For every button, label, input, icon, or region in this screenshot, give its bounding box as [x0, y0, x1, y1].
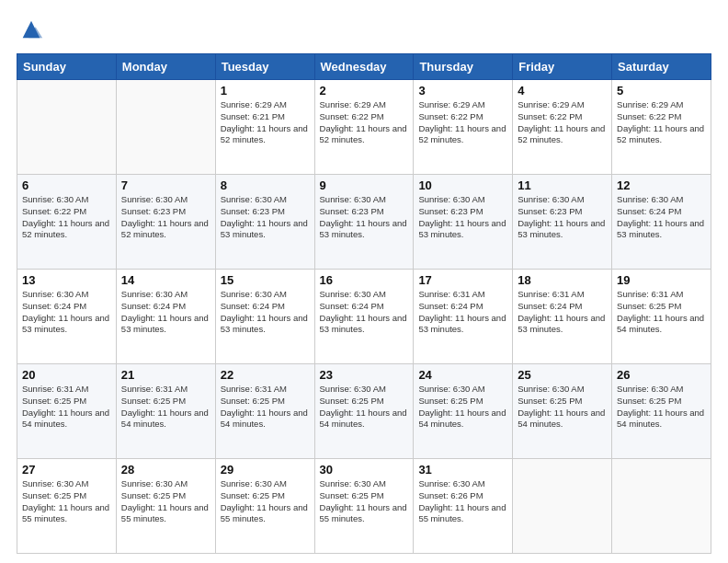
- calendar-cell: [513, 459, 612, 554]
- day-info: Sunrise: 6:29 AM Sunset: 6:22 PM Dayligh…: [418, 99, 507, 146]
- day-info: Sunrise: 6:30 AM Sunset: 6:26 PM Dayligh…: [418, 478, 507, 525]
- logo-icon: [18, 17, 44, 42]
- day-info: Sunrise: 6:31 AM Sunset: 6:25 PM Dayligh…: [221, 384, 310, 431]
- weekday-header: Tuesday: [215, 54, 314, 80]
- day-info: Sunrise: 6:29 AM Sunset: 6:22 PM Dayligh…: [320, 99, 409, 146]
- day-info: Sunrise: 6:30 AM Sunset: 6:25 PM Dayligh…: [22, 478, 111, 525]
- calendar-cell: [116, 80, 215, 175]
- day-info: Sunrise: 6:30 AM Sunset: 6:24 PM Dayligh…: [22, 289, 111, 336]
- calendar-cell: 23Sunrise: 6:30 AM Sunset: 6:25 PM Dayli…: [314, 364, 414, 459]
- day-info: Sunrise: 6:30 AM Sunset: 6:25 PM Dayligh…: [221, 478, 310, 525]
- calendar-cell: 26Sunrise: 6:30 AM Sunset: 6:25 PM Dayli…: [612, 364, 711, 459]
- day-info: Sunrise: 6:31 AM Sunset: 6:25 PM Dayligh…: [617, 289, 706, 336]
- header: [17, 17, 711, 42]
- day-info: Sunrise: 6:30 AM Sunset: 6:25 PM Dayligh…: [320, 384, 409, 431]
- calendar-cell: 8Sunrise: 6:30 AM Sunset: 6:23 PM Daylig…: [215, 175, 314, 270]
- calendar-cell: [612, 459, 711, 554]
- day-info: Sunrise: 6:30 AM Sunset: 6:23 PM Dayligh…: [418, 194, 507, 241]
- calendar-cell: 4Sunrise: 6:29 AM Sunset: 6:22 PM Daylig…: [513, 80, 612, 175]
- day-info: Sunrise: 6:29 AM Sunset: 6:21 PM Dayligh…: [221, 99, 310, 146]
- day-number: 5: [617, 84, 706, 98]
- calendar-cell: 11Sunrise: 6:30 AM Sunset: 6:23 PM Dayli…: [513, 175, 612, 270]
- calendar-cell: 25Sunrise: 6:30 AM Sunset: 6:25 PM Dayli…: [513, 364, 612, 459]
- day-info: Sunrise: 6:30 AM Sunset: 6:24 PM Dayligh…: [121, 289, 210, 336]
- weekday-header: Wednesday: [314, 54, 414, 80]
- calendar-week-row: 13Sunrise: 6:30 AM Sunset: 6:24 PM Dayli…: [17, 270, 711, 364]
- day-number: 6: [22, 178, 111, 192]
- calendar-cell: [17, 80, 117, 175]
- day-number: 13: [22, 273, 111, 287]
- day-info: Sunrise: 6:29 AM Sunset: 6:22 PM Dayligh…: [518, 99, 607, 146]
- calendar-cell: 31Sunrise: 6:30 AM Sunset: 6:26 PM Dayli…: [414, 459, 513, 554]
- day-number: 31: [418, 463, 507, 477]
- day-number: 1: [221, 84, 310, 98]
- day-number: 22: [221, 368, 310, 382]
- day-number: 24: [418, 368, 507, 382]
- day-info: Sunrise: 6:30 AM Sunset: 6:24 PM Dayligh…: [320, 289, 409, 336]
- calendar-cell: 14Sunrise: 6:30 AM Sunset: 6:24 PM Dayli…: [116, 270, 215, 364]
- day-info: Sunrise: 6:30 AM Sunset: 6:25 PM Dayligh…: [320, 478, 409, 525]
- day-number: 9: [320, 178, 409, 192]
- calendar-cell: 29Sunrise: 6:30 AM Sunset: 6:25 PM Dayli…: [215, 459, 314, 554]
- calendar-cell: 13Sunrise: 6:30 AM Sunset: 6:24 PM Dayli…: [17, 270, 117, 364]
- calendar-table: SundayMondayTuesdayWednesdayThursdayFrid…: [17, 53, 711, 554]
- calendar-cell: 1Sunrise: 6:29 AM Sunset: 6:21 PM Daylig…: [215, 80, 314, 175]
- calendar-cell: 20Sunrise: 6:31 AM Sunset: 6:25 PM Dayli…: [17, 364, 117, 459]
- calendar-cell: 16Sunrise: 6:30 AM Sunset: 6:24 PM Dayli…: [314, 270, 414, 364]
- weekday-header: Thursday: [414, 54, 513, 80]
- calendar-cell: 30Sunrise: 6:30 AM Sunset: 6:25 PM Dayli…: [314, 459, 414, 554]
- weekday-header-row: SundayMondayTuesdayWednesdayThursdayFrid…: [17, 54, 711, 80]
- day-number: 10: [418, 178, 507, 192]
- calendar-cell: 22Sunrise: 6:31 AM Sunset: 6:25 PM Dayli…: [215, 364, 314, 459]
- day-info: Sunrise: 6:30 AM Sunset: 6:23 PM Dayligh…: [221, 194, 310, 241]
- day-number: 28: [121, 463, 210, 477]
- calendar-cell: 15Sunrise: 6:30 AM Sunset: 6:24 PM Dayli…: [215, 270, 314, 364]
- day-number: 26: [617, 368, 706, 382]
- page: SundayMondayTuesdayWednesdayThursdayFrid…: [0, 0, 728, 563]
- day-number: 2: [320, 84, 409, 98]
- calendar-cell: 2Sunrise: 6:29 AM Sunset: 6:22 PM Daylig…: [314, 80, 414, 175]
- day-info: Sunrise: 6:30 AM Sunset: 6:24 PM Dayligh…: [617, 194, 706, 241]
- day-number: 29: [221, 463, 310, 477]
- calendar-cell: 5Sunrise: 6:29 AM Sunset: 6:22 PM Daylig…: [612, 80, 711, 175]
- day-info: Sunrise: 6:30 AM Sunset: 6:23 PM Dayligh…: [518, 194, 607, 241]
- day-number: 15: [221, 273, 310, 287]
- day-number: 4: [518, 84, 607, 98]
- calendar-cell: 12Sunrise: 6:30 AM Sunset: 6:24 PM Dayli…: [612, 175, 711, 270]
- day-number: 21: [121, 368, 210, 382]
- calendar-cell: 28Sunrise: 6:30 AM Sunset: 6:25 PM Dayli…: [116, 459, 215, 554]
- day-number: 23: [320, 368, 409, 382]
- day-info: Sunrise: 6:31 AM Sunset: 6:25 PM Dayligh…: [121, 384, 210, 431]
- day-info: Sunrise: 6:30 AM Sunset: 6:23 PM Dayligh…: [121, 194, 210, 241]
- calendar-cell: 19Sunrise: 6:31 AM Sunset: 6:25 PM Dayli…: [612, 270, 711, 364]
- day-number: 11: [518, 178, 607, 192]
- calendar-cell: 21Sunrise: 6:31 AM Sunset: 6:25 PM Dayli…: [116, 364, 215, 459]
- day-number: 8: [221, 178, 310, 192]
- calendar-cell: 24Sunrise: 6:30 AM Sunset: 6:25 PM Dayli…: [414, 364, 513, 459]
- day-number: 3: [418, 84, 507, 98]
- day-number: 14: [121, 273, 210, 287]
- calendar-week-row: 1Sunrise: 6:29 AM Sunset: 6:21 PM Daylig…: [17, 80, 711, 175]
- day-number: 18: [518, 273, 607, 287]
- calendar-cell: 7Sunrise: 6:30 AM Sunset: 6:23 PM Daylig…: [116, 175, 215, 270]
- calendar-cell: 6Sunrise: 6:30 AM Sunset: 6:22 PM Daylig…: [17, 175, 117, 270]
- calendar-cell: 9Sunrise: 6:30 AM Sunset: 6:23 PM Daylig…: [314, 175, 414, 270]
- day-info: Sunrise: 6:31 AM Sunset: 6:25 PM Dayligh…: [22, 384, 111, 431]
- calendar-cell: 27Sunrise: 6:30 AM Sunset: 6:25 PM Dayli…: [17, 459, 117, 554]
- day-info: Sunrise: 6:30 AM Sunset: 6:25 PM Dayligh…: [418, 384, 507, 431]
- day-number: 25: [518, 368, 607, 382]
- weekday-header: Sunday: [17, 54, 117, 80]
- weekday-header: Friday: [513, 54, 612, 80]
- day-info: Sunrise: 6:29 AM Sunset: 6:22 PM Dayligh…: [617, 99, 706, 146]
- weekday-header: Monday: [116, 54, 215, 80]
- day-number: 19: [617, 273, 706, 287]
- day-info: Sunrise: 6:30 AM Sunset: 6:23 PM Dayligh…: [320, 194, 409, 241]
- day-info: Sunrise: 6:30 AM Sunset: 6:24 PM Dayligh…: [221, 289, 310, 336]
- calendar-cell: 10Sunrise: 6:30 AM Sunset: 6:23 PM Dayli…: [414, 175, 513, 270]
- day-info: Sunrise: 6:30 AM Sunset: 6:22 PM Dayligh…: [22, 194, 111, 241]
- day-number: 27: [22, 463, 111, 477]
- day-number: 30: [320, 463, 409, 477]
- day-number: 12: [617, 178, 706, 192]
- day-info: Sunrise: 6:30 AM Sunset: 6:25 PM Dayligh…: [518, 384, 607, 431]
- calendar-cell: 18Sunrise: 6:31 AM Sunset: 6:24 PM Dayli…: [513, 270, 612, 364]
